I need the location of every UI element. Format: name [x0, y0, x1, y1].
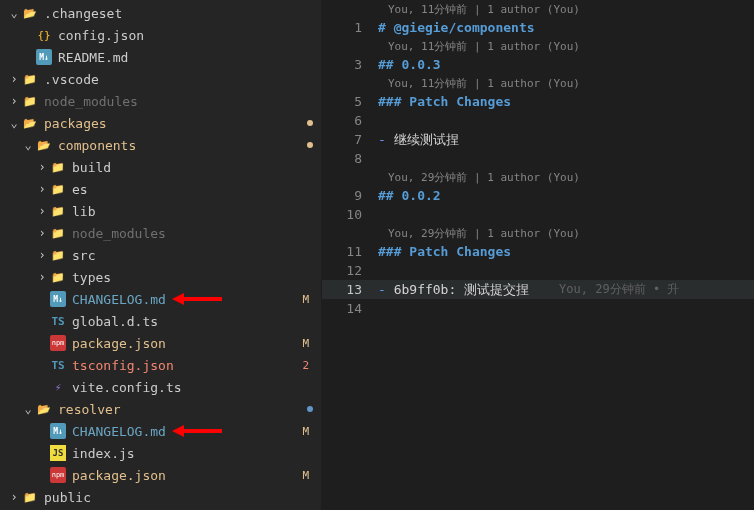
code-line[interactable]: 5### Patch Changes	[322, 92, 754, 111]
line-number: 6	[322, 113, 378, 128]
file-explorer[interactable]: ⌄📂.changeset·{}config.json·M↓README.md›📁…	[0, 0, 322, 510]
line-number: 1	[322, 20, 378, 35]
code-line[interactable]: 8	[322, 149, 754, 168]
item-label: node_modules	[44, 94, 313, 109]
tree-item-build[interactable]: ›📁build	[0, 156, 321, 178]
code-lens[interactable]: You, 29分钟前 | 1 author (You)	[322, 168, 754, 186]
code-line[interactable]: 13- 6b9ff0b: 测试提交捏You, 29分钟前 • 升	[322, 280, 754, 299]
tree-item--changeset[interactable]: ⌄📂.changeset	[0, 2, 321, 24]
tree-item-vite-config-ts[interactable]: ·⚡vite.config.ts	[0, 376, 321, 398]
scm-badge: M	[298, 425, 313, 438]
folder-icon: 📁	[50, 203, 66, 219]
code-content[interactable]: - 6b9ff0b: 测试提交捏	[378, 281, 529, 299]
tree-item-readme-md[interactable]: ·M↓README.md	[0, 46, 321, 68]
folder-icon: 📁	[50, 181, 66, 197]
code-line[interactable]: 12	[322, 261, 754, 280]
inline-blame: You, 29分钟前 • 升	[529, 281, 679, 298]
chevron-right-icon[interactable]: ›	[6, 94, 22, 108]
vite-icon: ⚡	[50, 379, 66, 395]
line-number: 10	[322, 207, 378, 222]
code-line[interactable]: 7- 继续测试捏	[322, 130, 754, 149]
item-label: README.md	[58, 50, 313, 65]
tree-item-types[interactable]: ›📁types	[0, 266, 321, 288]
item-label: lib	[72, 204, 313, 219]
line-number: 5	[322, 94, 378, 109]
code-line[interactable]: 1# @giegie/components	[322, 18, 754, 37]
item-label: types	[72, 270, 313, 285]
scm-badge: 2	[298, 359, 313, 372]
tree-item-resolver[interactable]: ⌄📂resolver	[0, 398, 321, 420]
chevron-down-icon[interactable]: ⌄	[20, 138, 36, 152]
tree-item-packages[interactable]: ⌄📂packages	[0, 112, 321, 134]
tree-item-package-json[interactable]: ·npmpackage.jsonM	[0, 332, 321, 354]
tree-item-src[interactable]: ›📁src	[0, 244, 321, 266]
item-label: components	[58, 138, 303, 153]
code-line[interactable]: 6	[322, 111, 754, 130]
code-content[interactable]: ### Patch Changes	[378, 94, 511, 109]
chevron-right-icon[interactable]: ›	[6, 72, 22, 86]
item-label: build	[72, 160, 313, 175]
folder-red-icon: 📂	[36, 137, 52, 153]
code-content[interactable]: ## 0.0.2	[378, 188, 441, 203]
code-lens[interactable]: You, 29分钟前 | 1 author (You)	[322, 224, 754, 242]
tree-item-node-modules[interactable]: ›📁node_modules	[0, 90, 321, 112]
scm-badge: M	[298, 469, 313, 482]
tree-item-index-js[interactable]: ·JSindex.js	[0, 442, 321, 464]
code-lens[interactable]: You, 11分钟前 | 1 author (You)	[322, 74, 754, 92]
item-label: es	[72, 182, 313, 197]
status-dot	[307, 120, 313, 126]
tree-item-package-json[interactable]: ·npmpackage.jsonM	[0, 464, 321, 486]
json-icon: {}	[36, 27, 52, 43]
chevron-right-icon[interactable]: ›	[34, 182, 50, 196]
chevron-right-icon[interactable]: ›	[34, 204, 50, 218]
tree-item-changelog-md[interactable]: ·M↓CHANGELOG.mdM	[0, 420, 321, 442]
folder-icon: 📂	[36, 401, 52, 417]
tree-item-es[interactable]: ›📁es	[0, 178, 321, 200]
tree-item-components[interactable]: ⌄📂components	[0, 134, 321, 156]
chevron-right-icon[interactable]: ›	[34, 226, 50, 240]
tree-item-tsconfig-json[interactable]: ·TStsconfig.json2	[0, 354, 321, 376]
code-content[interactable]: - 继续测试捏	[378, 131, 459, 149]
md-icon: M↓	[50, 291, 66, 307]
tree-item-public[interactable]: ›📁public	[0, 486, 321, 508]
chevron-right-icon[interactable]: ›	[34, 270, 50, 284]
item-label: src	[72, 248, 313, 263]
chevron-right-icon[interactable]: ›	[6, 490, 22, 504]
md-icon: M↓	[36, 49, 52, 65]
code-content[interactable]: ### Patch Changes	[378, 244, 511, 259]
code-lens[interactable]: You, 11分钟前 | 1 author (You)	[322, 37, 754, 55]
line-number: 11	[322, 244, 378, 259]
item-label: resolver	[58, 402, 303, 417]
item-label: package.json	[72, 468, 298, 483]
item-label: .vscode	[44, 72, 313, 87]
chevron-down-icon[interactable]: ⌄	[6, 6, 22, 20]
line-number: 7	[322, 132, 378, 147]
item-label: config.json	[58, 28, 313, 43]
scm-badge: M	[298, 337, 313, 350]
code-line[interactable]: 10	[322, 205, 754, 224]
chevron-down-icon[interactable]: ⌄	[6, 116, 22, 130]
editor-pane[interactable]: You, 11分钟前 | 1 author (You)1# @giegie/co…	[322, 0, 754, 510]
chevron-right-icon[interactable]: ›	[34, 160, 50, 174]
line-number: 12	[322, 263, 378, 278]
code-content[interactable]: ## 0.0.3	[378, 57, 441, 72]
code-lens[interactable]: You, 11分钟前 | 1 author (You)	[322, 0, 754, 18]
item-label: CHANGELOG.md	[72, 292, 298, 307]
tree-item-changelog-md[interactable]: ·M↓CHANGELOG.mdM	[0, 288, 321, 310]
tree-item-lib[interactable]: ›📁lib	[0, 200, 321, 222]
code-line[interactable]: 3## 0.0.3	[322, 55, 754, 74]
chevron-down-icon[interactable]: ⌄	[20, 402, 36, 416]
folder-icon: 📁	[22, 71, 38, 87]
line-number: 3	[322, 57, 378, 72]
tree-item-config-json[interactable]: ·{}config.json	[0, 24, 321, 46]
code-content[interactable]: # @giegie/components	[378, 20, 535, 35]
tree-item-global-d-ts[interactable]: ·TSglobal.d.ts	[0, 310, 321, 332]
code-line[interactable]: 9## 0.0.2	[322, 186, 754, 205]
tree-item-node-modules[interactable]: ›📁node_modules	[0, 222, 321, 244]
code-line[interactable]: 14	[322, 299, 754, 318]
tree-item--vscode[interactable]: ›📁.vscode	[0, 68, 321, 90]
chevron-right-icon[interactable]: ›	[34, 248, 50, 262]
code-line[interactable]: 11### Patch Changes	[322, 242, 754, 261]
npm-icon: npm	[50, 467, 66, 483]
item-label: vite.config.ts	[72, 380, 313, 395]
